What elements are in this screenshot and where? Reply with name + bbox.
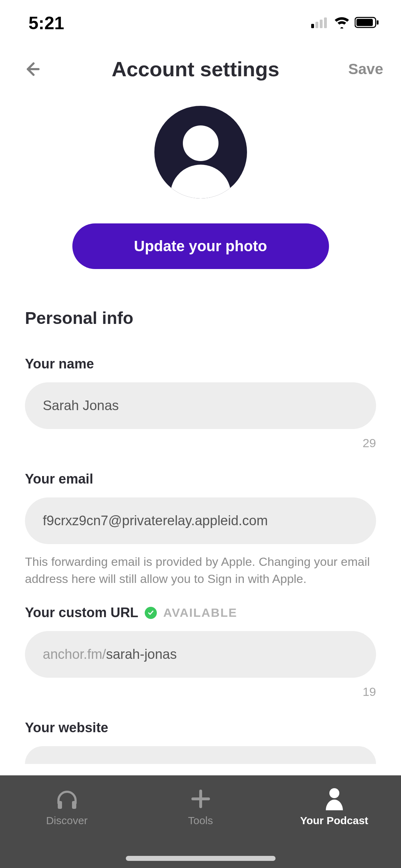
svg-rect-7 bbox=[58, 801, 62, 809]
url-input[interactable]: anchor.fm/ bbox=[25, 631, 376, 678]
url-label: Your custom URL bbox=[25, 605, 138, 620]
url-counter: 19 bbox=[25, 685, 376, 699]
svg-rect-2 bbox=[320, 20, 323, 28]
email-input[interactable] bbox=[25, 497, 376, 544]
header: Account settings Save bbox=[0, 43, 401, 92]
arrow-left-icon bbox=[24, 61, 41, 78]
url-prefix: anchor.fm/ bbox=[43, 647, 106, 662]
svg-rect-8 bbox=[72, 801, 76, 809]
status-time: 5:21 bbox=[29, 13, 64, 33]
tab-bar: Discover Tools Your Podcast bbox=[0, 775, 401, 868]
headphones-icon bbox=[54, 786, 80, 812]
url-value-input[interactable] bbox=[106, 647, 275, 662]
website-label: Your website bbox=[25, 720, 376, 735]
url-label-row: Your custom URL AVAILABLE bbox=[25, 605, 376, 620]
tab-tools[interactable]: Tools bbox=[134, 786, 267, 827]
tab-discover[interactable]: Discover bbox=[0, 786, 134, 827]
home-indicator[interactable] bbox=[126, 856, 276, 861]
name-counter: 29 bbox=[25, 436, 376, 450]
battery-icon bbox=[355, 17, 380, 30]
svg-rect-3 bbox=[324, 17, 327, 28]
tab-your-podcast-label: Your Podcast bbox=[300, 815, 368, 827]
back-button[interactable] bbox=[21, 58, 43, 80]
page-title: Account settings bbox=[43, 57, 348, 81]
wifi-icon bbox=[333, 16, 350, 30]
section-title: Personal info bbox=[25, 308, 376, 328]
check-circle-icon bbox=[145, 607, 157, 619]
status-bar: 5:21 bbox=[0, 0, 401, 43]
svg-point-9 bbox=[329, 788, 339, 798]
name-input[interactable] bbox=[25, 382, 376, 429]
name-label: Your name bbox=[25, 356, 376, 372]
svg-rect-6 bbox=[377, 20, 379, 25]
email-help-text: This forwarding email is provided by App… bbox=[25, 553, 376, 587]
avatar-container bbox=[0, 92, 401, 198]
tab-discover-label: Discover bbox=[46, 815, 88, 827]
svg-rect-0 bbox=[311, 24, 314, 28]
tab-tools-label: Tools bbox=[188, 815, 213, 827]
svg-rect-5 bbox=[356, 19, 373, 26]
person-icon bbox=[322, 786, 347, 812]
avatar[interactable] bbox=[154, 106, 247, 198]
avatar-body-icon bbox=[170, 165, 231, 198]
update-photo-button[interactable]: Update your photo bbox=[72, 223, 329, 269]
url-availability: AVAILABLE bbox=[163, 606, 237, 620]
tab-your-podcast[interactable]: Your Podcast bbox=[267, 786, 401, 827]
status-icons bbox=[311, 16, 380, 30]
email-label: Your email bbox=[25, 471, 376, 487]
website-input[interactable] bbox=[25, 746, 376, 764]
plus-icon bbox=[188, 786, 214, 812]
avatar-head-icon bbox=[183, 125, 219, 161]
save-button[interactable]: Save bbox=[348, 61, 383, 78]
cellular-icon bbox=[311, 17, 329, 30]
svg-rect-1 bbox=[315, 22, 318, 28]
personal-info-section: Personal info Your name 29 Your email Th… bbox=[0, 308, 401, 764]
